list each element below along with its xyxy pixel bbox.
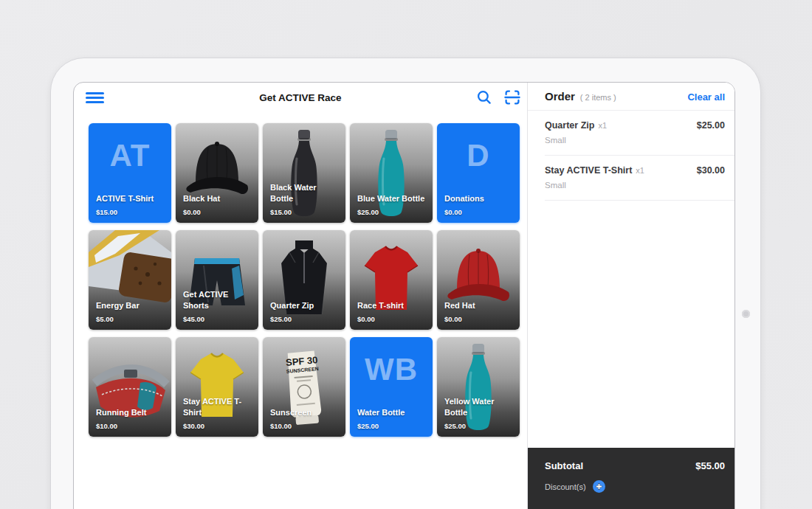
catalog-region: Get ACTIVE Race bbox=[74, 83, 527, 509]
order-item-variant: Small bbox=[545, 136, 725, 145]
order-header: Order ( 2 items ) Clear all bbox=[528, 83, 734, 111]
product-name: Energy Bar bbox=[96, 300, 167, 311]
subtotal-label: Subtotal bbox=[545, 460, 583, 471]
order-item-name: Stay ACTIVE T-Shirt bbox=[545, 165, 632, 176]
app-screen: Get ACTIVE Race bbox=[73, 82, 735, 509]
product-price: $25.00 bbox=[357, 208, 379, 216]
barcode-scan-icon bbox=[504, 89, 520, 105]
topbar-icons bbox=[475, 89, 521, 106]
product-tile[interactable]: WBWater Bottle$25.00 bbox=[350, 337, 433, 437]
product-tile[interactable]: Black Hat$0.00 bbox=[176, 123, 258, 223]
product-name: Black Hat bbox=[183, 193, 254, 204]
product-name: Quarter Zip bbox=[270, 300, 341, 311]
order-item[interactable]: Stay ACTIVE T-Shirt x1 $30.00 Small bbox=[545, 156, 734, 201]
product-price: $25.00 bbox=[357, 422, 379, 430]
product-name: Yellow Water Bottle bbox=[444, 396, 515, 418]
product-price: $10.00 bbox=[96, 422, 117, 430]
product-tile[interactable]: Black Water Bottle$15.00 bbox=[263, 123, 345, 223]
product-name: Sunscreen bbox=[270, 407, 341, 418]
add-discount-button[interactable] bbox=[593, 480, 605, 493]
page-background: Get ACTIVE Race bbox=[0, 0, 812, 509]
subtotal-row: Subtotal $55.00 bbox=[545, 460, 725, 471]
product-price: $5.00 bbox=[96, 315, 114, 323]
product-name: Stay ACTIVE T-Shirt bbox=[183, 396, 254, 418]
order-items-count: ( 2 items ) bbox=[580, 93, 616, 102]
product-name: Running Belt bbox=[96, 407, 167, 418]
product-tile[interactable]: Red Hat$0.00 bbox=[437, 230, 520, 330]
product-price: $0.00 bbox=[183, 208, 201, 216]
plus-circle-icon bbox=[593, 480, 605, 493]
topbar: Get ACTIVE Race bbox=[74, 83, 527, 112]
order-footer: Subtotal $55.00 Discount(s) bbox=[528, 448, 734, 509]
product-name: Red Hat bbox=[444, 300, 515, 311]
clear-all-button[interactable]: Clear all bbox=[687, 91, 725, 103]
product-name: Get ACTIVE Shorts bbox=[183, 289, 254, 311]
product-price: $15.00 bbox=[270, 208, 292, 216]
tablet-camera bbox=[742, 310, 750, 318]
order-item-qty: x1 bbox=[636, 166, 644, 175]
product-name: Black Water Bottle bbox=[270, 182, 341, 204]
product-price: $0.00 bbox=[357, 315, 375, 323]
discounts-row: Discount(s) bbox=[545, 480, 725, 493]
product-price: $45.00 bbox=[183, 315, 204, 323]
tablet-device: Get ACTIVE Race bbox=[50, 58, 761, 509]
product-name: ACTIVE T-Shirt bbox=[96, 193, 167, 204]
product-tile[interactable]: Quarter Zip$25.00 bbox=[263, 230, 345, 330]
product-tile[interactable]: Stay ACTIVE T-Shirt$30.00 bbox=[176, 337, 258, 437]
order-item-price: $30.00 bbox=[697, 165, 725, 176]
product-tile[interactable]: Energy Bar$5.00 bbox=[89, 230, 171, 330]
search-button[interactable] bbox=[475, 89, 493, 106]
product-price: $0.00 bbox=[444, 315, 462, 323]
product-tile[interactable]: Running Belt$10.00 bbox=[89, 337, 171, 437]
product-initials: WB bbox=[350, 352, 433, 387]
product-initials: D bbox=[437, 138, 520, 173]
order-item-price: $25.00 bbox=[697, 120, 725, 131]
product-tile[interactable]: Yellow Water Bottle$25.00 bbox=[437, 337, 520, 437]
order-items-list: Quarter Zip x1 $25.00 Small Stay ACTIVE … bbox=[528, 111, 734, 446]
product-initials: AT bbox=[89, 138, 171, 173]
product-tile[interactable]: Get ACTIVE Shorts$45.00 bbox=[176, 230, 258, 330]
product-price: $15.00 bbox=[96, 208, 117, 216]
product-price: $30.00 bbox=[183, 422, 204, 430]
order-panel: Order ( 2 items ) Clear all Quarter Zip … bbox=[527, 83, 734, 509]
search-icon bbox=[476, 89, 492, 105]
product-price: $25.00 bbox=[270, 315, 292, 323]
order-item-variant: Small bbox=[545, 181, 725, 190]
product-tile[interactable]: ATACTIVE T-Shirt$15.00 bbox=[89, 123, 171, 223]
product-name: Blue Water Bottle bbox=[357, 193, 428, 204]
product-tile[interactable]: DDonations$0.00 bbox=[437, 123, 520, 223]
product-price: $25.00 bbox=[444, 422, 466, 430]
order-item[interactable]: Quarter Zip x1 $25.00 Small bbox=[545, 111, 734, 156]
discounts-label: Discount(s) bbox=[545, 482, 586, 491]
product-price: $0.00 bbox=[444, 208, 462, 216]
product-tile[interactable]: Blue Water Bottle$25.00 bbox=[350, 123, 433, 223]
product-name: Race T-shirt bbox=[357, 300, 428, 311]
product-price: $10.00 bbox=[270, 422, 292, 430]
page-title: Get ACTIVE Race bbox=[74, 83, 527, 112]
barcode-scan-button[interactable] bbox=[503, 89, 521, 106]
product-tile[interactable]: Race T-shirt$0.00 bbox=[350, 230, 433, 330]
product-name: Donations bbox=[444, 193, 515, 204]
hamburger-menu-icon[interactable] bbox=[86, 92, 104, 103]
product-name: Water Bottle bbox=[357, 407, 428, 418]
product-grid: ATACTIVE T-Shirt$15.00Black Hat$0.00Blac… bbox=[89, 123, 520, 437]
subtotal-value: $55.00 bbox=[695, 460, 725, 471]
order-item-qty: x1 bbox=[598, 121, 607, 130]
product-tile[interactable]: SPF 30SUNSCREENSunscreen$10.00 bbox=[263, 337, 345, 437]
order-item-name: Quarter Zip bbox=[545, 120, 594, 131]
order-title: Order bbox=[545, 90, 575, 103]
